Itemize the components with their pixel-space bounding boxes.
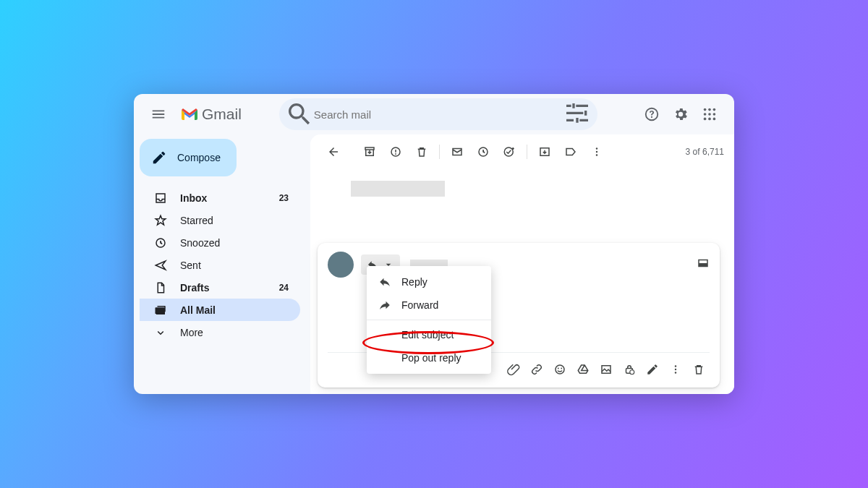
sidebar-nav: Inbox 23 Starred Snoozed Sent Draf [140,187,305,343]
svg-point-23 [556,365,564,374]
task-icon [503,145,516,158]
clock-icon [154,236,167,249]
svg-point-20 [596,154,597,155]
reply-icon [378,275,391,288]
support-button[interactable] [637,100,666,129]
menu-item-pop-out-reply[interactable]: Pop out reply [367,346,491,369]
sidebar-item-starred[interactable]: Starred [140,209,300,231]
back-button[interactable] [320,139,346,165]
conversation-toolbar: 3 of 6,711 [310,134,734,169]
image-button[interactable] [595,359,617,380]
svg-point-7 [704,118,707,121]
toolbar-separator [527,145,527,159]
subject-placeholder [351,181,445,197]
svg-point-9 [713,118,716,121]
stacked-mail-icon [154,304,167,317]
report-spam-icon [389,145,402,158]
sidebar-item-sent[interactable]: Sent [140,254,300,276]
inbox-icon [154,192,167,205]
more-button[interactable] [584,139,610,165]
file-icon [154,281,167,294]
search-input[interactable] [314,108,563,121]
labels-button[interactable] [558,139,584,165]
help-icon [644,106,660,122]
arrow-left-icon [327,145,340,158]
main-menu-button[interactable] [144,100,173,129]
paperclip-icon [507,363,520,376]
apps-grid-icon [702,106,718,122]
delete-button[interactable] [409,139,435,165]
add-task-button[interactable] [496,139,522,165]
svg-rect-11 [365,147,374,150]
search-options-button[interactable] [563,100,592,129]
archive-icon [363,145,376,158]
drive-button[interactable] [572,359,594,380]
svg-point-29 [675,365,676,367]
search-bar[interactable] [279,98,597,130]
compose-label: Compose [177,152,221,163]
svg-point-30 [675,369,676,370]
gear-icon [673,106,689,122]
chevron-down-icon [154,326,167,339]
confidential-button[interactable] [618,359,640,380]
gmail-logo[interactable]: Gmail [180,106,242,123]
search-icon [285,100,314,129]
move-to-button[interactable] [532,139,558,165]
gmail-logo-icon [180,107,199,121]
pen-icon [646,363,659,376]
sidebar-item-more[interactable]: More [140,321,300,343]
svg-point-6 [713,113,716,116]
discard-button[interactable] [688,359,710,380]
body: Compose Inbox 23 Starred Snoozed [134,134,734,394]
sidebar-item-snoozed[interactable]: Snoozed [140,231,300,254]
settings-button[interactable] [666,100,695,129]
svg-point-31 [675,372,676,373]
snooze-button[interactable] [470,139,496,165]
compose-button[interactable]: Compose [140,139,237,176]
hamburger-icon [150,106,166,122]
signature-button[interactable] [642,359,663,380]
svg-point-3 [713,108,716,111]
sidebar-item-allmail[interactable]: All Mail [140,299,300,321]
sidebar-item-inbox[interactable]: Inbox 23 [140,187,300,209]
spam-button[interactable] [383,139,409,165]
svg-point-28 [630,370,634,374]
app-name: Gmail [202,106,242,123]
image-icon [600,363,613,376]
move-to-icon [538,145,551,158]
attach-button[interactable] [503,359,524,380]
clock-icon [477,145,490,158]
mail-icon [451,145,464,158]
header: Gmail [134,94,734,134]
gmail-window: Gmail [134,94,734,394]
pop-out-button[interactable] [697,257,710,273]
menu-item-reply[interactable]: Reply [367,270,491,294]
svg-point-19 [596,151,597,153]
pop-out-icon [697,257,710,270]
svg-point-13 [395,153,396,155]
compose-more-button[interactable] [665,359,686,380]
svg-point-16 [504,147,513,156]
sidebar-item-drafts[interactable]: Drafts 24 [140,276,300,299]
svg-point-24 [558,368,559,369]
link-icon [530,363,543,376]
menu-item-edit-subject[interactable]: Edit subject [367,323,491,346]
svg-point-4 [704,113,707,116]
svg-point-25 [561,368,562,369]
menu-item-forward[interactable]: Forward [367,294,491,317]
svg-point-8 [708,118,711,121]
send-icon [154,259,167,272]
header-right [637,100,724,129]
label-icon [564,145,577,158]
archive-button[interactable] [357,139,383,165]
svg-point-5 [708,113,711,116]
svg-point-2 [708,108,711,111]
forward-icon [378,299,391,312]
apps-button[interactable] [695,100,724,129]
emoji-button[interactable] [549,359,571,380]
reply-type-menu: Reply Forward Edit subject Pop out reply [367,266,491,374]
svg-rect-26 [602,366,610,374]
svg-point-1 [704,108,707,111]
link-button[interactable] [526,359,548,380]
mark-unread-button[interactable] [444,139,470,165]
